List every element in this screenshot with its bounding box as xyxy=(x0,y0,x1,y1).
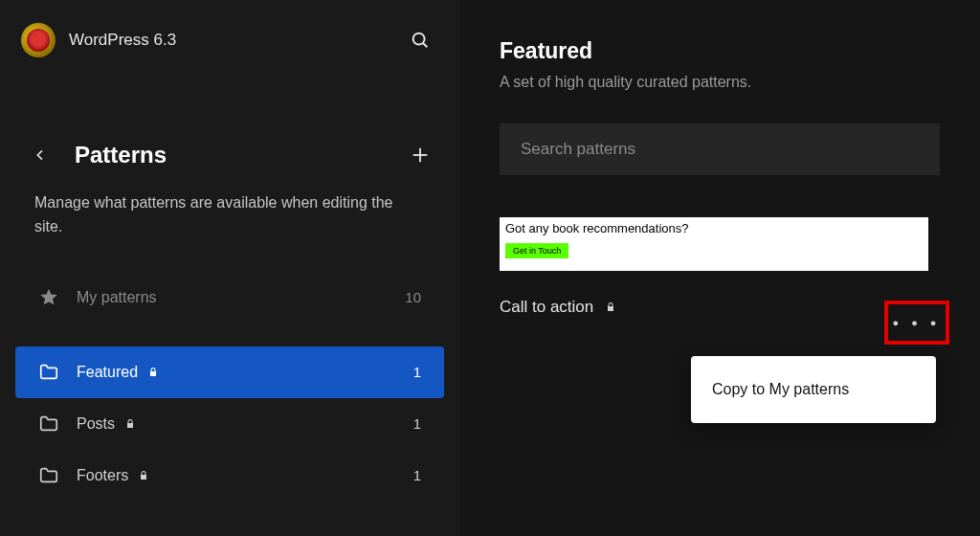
ellipsis-icon: ● ● ● xyxy=(892,317,941,328)
add-icon[interactable] xyxy=(410,145,431,166)
lock-icon xyxy=(138,470,149,481)
search-input[interactable] xyxy=(500,123,940,175)
lock-icon xyxy=(147,367,159,378)
folder-icon xyxy=(38,465,59,486)
sidebar-item-count: 10 xyxy=(405,289,421,305)
sidebar-item-my-patterns[interactable]: My patterns 10 xyxy=(15,276,444,320)
sidebar-item-posts[interactable]: Posts 1 xyxy=(15,398,444,450)
svg-point-0 xyxy=(413,34,425,45)
lock-icon xyxy=(124,418,136,430)
main-title: Featured xyxy=(500,38,940,64)
folder-icon xyxy=(38,362,59,383)
back-icon[interactable] xyxy=(33,147,48,163)
dropdown-item-copy[interactable]: Copy to My patterns xyxy=(712,381,849,398)
pattern-name: Call to action xyxy=(500,298,940,317)
dropdown-menu: Copy to My patterns xyxy=(691,356,936,423)
page-description: Manage what patterns are available when … xyxy=(0,168,459,239)
sidebar-item-label: Posts xyxy=(77,415,115,433)
sidebar-item-featured[interactable]: Featured 1 xyxy=(15,346,444,398)
preview-cta-button: Get in Touch xyxy=(505,243,568,258)
sidebar-item-count: 1 xyxy=(413,467,421,483)
star-icon xyxy=(38,287,59,308)
page-title: Patterns xyxy=(75,142,410,168)
more-options-button[interactable]: ● ● ● xyxy=(884,301,949,345)
sidebar-item-count: 1 xyxy=(413,364,421,380)
sidebar-item-footers[interactable]: Footers 1 xyxy=(15,450,444,502)
folder-icon xyxy=(38,413,59,435)
pattern-preview[interactable]: Got any book recommendations? Get in Tou… xyxy=(500,217,928,271)
main-subtitle: A set of high quality curated patterns. xyxy=(500,74,940,91)
lock-icon xyxy=(605,302,616,313)
sidebar-item-label: Footers xyxy=(77,467,128,484)
svg-line-1 xyxy=(423,43,427,47)
search-icon[interactable] xyxy=(410,30,431,51)
preview-heading: Got any book recommendations? xyxy=(505,221,923,235)
site-logo[interactable] xyxy=(21,23,56,57)
sidebar-item-label: Featured xyxy=(77,364,138,381)
site-title: WordPress 6.3 xyxy=(69,31,396,50)
sidebar-item-label: My patterns xyxy=(77,289,388,306)
sidebar-item-count: 1 xyxy=(413,415,421,432)
